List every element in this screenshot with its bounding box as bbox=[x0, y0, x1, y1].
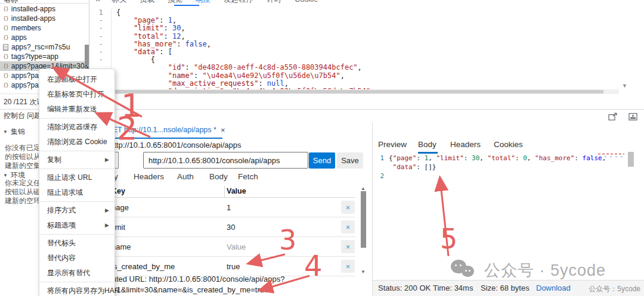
delete-row-button[interactable]: × bbox=[341, 220, 355, 233]
menu-item-header-options[interactable]: 标题选项▶ bbox=[39, 218, 114, 233]
open-new-window-icon[interactable] bbox=[608, 113, 618, 121]
param-value[interactable]: 30 bbox=[227, 223, 235, 232]
menu-item-open-in-new-tab[interactable]: 在新标签页中打开 bbox=[39, 87, 114, 102]
response-json-viewer: 1{ -"page": 1, -"limit": 30, -"total": 1… bbox=[91, 5, 644, 89]
tab-body[interactable]: Body bbox=[209, 172, 228, 181]
scroll-down-arrow-icon[interactable]: ▼ bbox=[622, 83, 627, 89]
menu-separator bbox=[39, 169, 114, 169]
request-row[interactable]: apps?_rsc=m7s5u bbox=[0, 42, 89, 52]
delete-row-button[interactable]: × bbox=[341, 201, 355, 214]
tab-cookies[interactable]: Cookies bbox=[494, 140, 523, 149]
value-column-header: Value bbox=[227, 187, 246, 195]
menu-item-open-in-sources[interactable]: 在源面板中打开 bbox=[39, 72, 114, 87]
param-row: name Value × bbox=[90, 237, 355, 257]
tab-headers[interactable]: Headers bbox=[450, 140, 481, 149]
dock-panel-icon[interactable] bbox=[628, 113, 638, 121]
tab-preview[interactable]: 预览 bbox=[161, 0, 189, 5]
table-scrollbar[interactable]: ▲ ▼ bbox=[360, 187, 367, 274]
table-header-row: Key Value bbox=[90, 186, 355, 198]
scroll-up-arrow-icon[interactable]: ▲ bbox=[361, 186, 366, 191]
collections-section-header[interactable]: ▼集锦 bbox=[0, 127, 25, 137]
menu-separator bbox=[39, 282, 114, 282]
fold-marker[interactable]: - bbox=[91, 24, 111, 32]
header-divider bbox=[0, 3, 89, 4]
param-key[interactable]: is_created_by_me bbox=[112, 262, 175, 271]
fetch-icon bbox=[3, 73, 8, 79]
request-label: apps bbox=[11, 33, 27, 42]
request-row[interactable]: tags?type=app bbox=[0, 52, 89, 61]
param-value[interactable]: 1 bbox=[227, 203, 231, 212]
save-button[interactable]: Save bbox=[337, 152, 363, 169]
json-line: -"data": [ bbox=[91, 48, 644, 56]
red-scribble bbox=[598, 153, 624, 157]
delete-row-button[interactable]: × bbox=[341, 240, 355, 253]
tab-headers[interactable]: Headers bbox=[134, 172, 164, 181]
request-row[interactable]: installed-apps bbox=[0, 4, 89, 14]
tab-response[interactable]: 响应 bbox=[189, 0, 217, 5]
request-label: tags?type=app bbox=[11, 52, 58, 61]
environments-empty-text: 按钮以从磁 bbox=[0, 188, 41, 197]
menu-item-override-headers[interactable]: 替代标头 bbox=[39, 236, 114, 251]
param-value-placeholder[interactable]: Value bbox=[227, 242, 246, 251]
status-text: Status: 200 OK bbox=[378, 283, 431, 292]
tab-preview[interactable]: Preview bbox=[378, 140, 407, 149]
request-row[interactable]: members bbox=[0, 23, 89, 33]
menu-item-override-content[interactable]: 替代内容 bbox=[39, 251, 114, 266]
delete-row-button[interactable]: × bbox=[341, 260, 355, 273]
response-body-json: 1{"page": 1, "limit": 30, "total": 0, "h… bbox=[373, 154, 635, 180]
param-row: limit 30 × bbox=[90, 217, 355, 237]
download-link[interactable]: Download bbox=[536, 283, 571, 292]
url-input[interactable] bbox=[143, 152, 308, 169]
fold-marker[interactable]: - bbox=[91, 56, 111, 64]
line-number: 1 bbox=[373, 154, 389, 163]
scrollbar-thumb[interactable] bbox=[361, 191, 366, 248]
scrollbar-thumb[interactable] bbox=[85, 45, 89, 65]
request-label: installed-apps bbox=[11, 14, 55, 23]
menu-item-block-request-url[interactable]: 阻止请求 URL bbox=[39, 170, 114, 185]
environments-empty-text: 你未定义任 bbox=[0, 179, 41, 188]
computed-url-line2: page=1&limit=30&name=&is_created_by_me=t… bbox=[95, 285, 268, 294]
request-label: installed-apps bbox=[11, 5, 55, 13]
response-status-bar: Status: 200 OK Time: 34ms Size: 68 bytes… bbox=[373, 280, 644, 296]
menu-item-edit-and-resend[interactable]: 编辑并重新发送 bbox=[39, 102, 114, 117]
menu-item-copy[interactable]: 复制▶ bbox=[39, 152, 114, 167]
tab-payload[interactable]: 负载 bbox=[133, 0, 161, 5]
scrollbar-thumb[interactable] bbox=[91, 90, 603, 94]
menu-item-block-request-domain[interactable]: 阻止请求域 bbox=[39, 185, 114, 200]
fetch-icon bbox=[3, 63, 8, 69]
menu-item-show-all-overrides[interactable]: 显示所有替代 bbox=[39, 266, 114, 281]
submenu-arrow-icon: ▶ bbox=[105, 152, 109, 167]
brand-text: 公众号：5ycode bbox=[589, 284, 640, 294]
param-row: page 1 × bbox=[90, 198, 355, 217]
fetch-icon bbox=[3, 54, 8, 60]
fold-marker[interactable]: - bbox=[91, 33, 111, 40]
close-icon[interactable]: × bbox=[221, 126, 225, 135]
tab-headers[interactable]: 标头 bbox=[105, 0, 133, 5]
send-button[interactable]: Send bbox=[309, 152, 335, 169]
request-row[interactable]: apps bbox=[0, 33, 89, 42]
tab-initiator[interactable]: 发起程序 bbox=[217, 0, 260, 5]
drawer-tab-console[interactable]: 控制台 bbox=[4, 111, 25, 121]
tab-timing[interactable]: 计时 bbox=[260, 0, 288, 5]
menu-item-sort-by[interactable]: 排序方式▶ bbox=[39, 203, 114, 218]
tab-auth[interactable]: Auth bbox=[177, 172, 194, 181]
scrollbar-thumb[interactable] bbox=[628, 152, 634, 167]
tab-body[interactable]: Body bbox=[418, 140, 436, 149]
request-label: apps?_rsc=m7s5u bbox=[11, 43, 70, 51]
context-menu: 在源面板中打开 在新标签页中打开 编辑并重新发送 清除浏览器缓存 清除浏览器 C… bbox=[39, 68, 115, 296]
horizontal-scrollbar[interactable] bbox=[91, 89, 619, 94]
close-icon[interactable]: × bbox=[91, 0, 105, 4]
param-value[interactable]: true bbox=[227, 262, 240, 271]
scroll-down-arrow-icon[interactable]: ▼ bbox=[361, 269, 366, 275]
menu-item-clear-browser-cache[interactable]: 清除浏览器缓存 bbox=[39, 120, 114, 135]
request-editor: GET http://10.1...nsole/api/apps *× http… bbox=[90, 122, 371, 296]
request-row[interactable]: installed-apps bbox=[0, 14, 89, 23]
tab-cookie[interactable]: Cookie bbox=[288, 0, 324, 4]
collapse-caret-icon: ▼ bbox=[3, 173, 8, 178]
watermark: 公众号 · 5ycode bbox=[451, 260, 606, 281]
menu-item-save-all-as-har[interactable]: 将所有内容另存为HAR bbox=[39, 283, 114, 296]
menu-separator bbox=[39, 151, 114, 151]
tab-fetch[interactable]: Fetch bbox=[238, 172, 258, 181]
menu-item-clear-browser-cookies[interactable]: 清除浏览器 Cookie bbox=[39, 135, 114, 149]
fetch-icon bbox=[3, 25, 8, 31]
